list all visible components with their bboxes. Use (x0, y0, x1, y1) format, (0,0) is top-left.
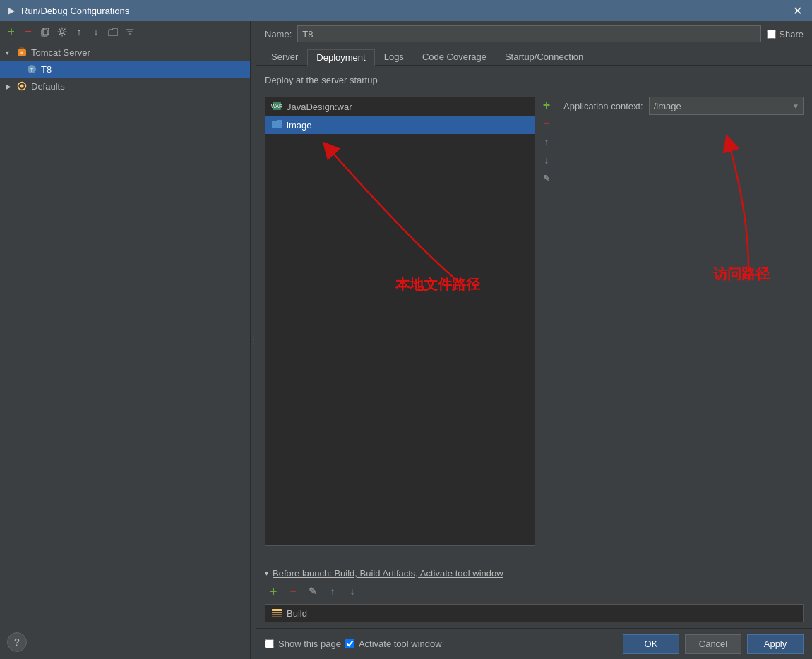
tab-deployment[interactable]: Deployment (307, 49, 374, 66)
name-row: Name: Share (256, 21, 812, 47)
deploy-item-image[interactable]: image (265, 116, 535, 134)
deploy-item-image-label: image (287, 120, 311, 131)
launch-toolbar: + − ✎ ↑ ↓ (265, 583, 804, 600)
defaults-icon (16, 80, 28, 92)
add-config-button[interactable]: + (4, 25, 18, 39)
footer: Show this page Activate tool window OK C… (256, 628, 812, 659)
before-launch-section: ▾ Before launch: Build, Build Artifacts,… (256, 562, 812, 628)
deploy-remove-button[interactable]: − (538, 115, 555, 132)
activate-window-label: Activate tool window (359, 639, 442, 649)
svg-point-8 (20, 85, 24, 88)
close-button[interactable]: ✕ (789, 3, 806, 19)
deploy-item-javadesign-label: JavaDesign:war (287, 102, 352, 112)
deploy-list: WAR JavaDesign:war (265, 97, 535, 546)
tab-code-coverage-label: Code Coverage (422, 52, 486, 62)
tabs-bar: Server Deployment Logs Code Coverage Sta… (256, 47, 812, 66)
activate-window-checkbox[interactable] (345, 639, 354, 648)
tab-logs-label: Logs (384, 52, 404, 62)
before-launch-collapse[interactable]: ▾ (265, 569, 268, 577)
tab-server-label: Server (271, 52, 298, 62)
title-bar-text: Run/Debug Configurations (21, 6, 789, 16)
app-context-select[interactable]: /image / /app (649, 97, 804, 115)
show-page-row: Show this page Activate tool window (265, 639, 442, 649)
sort-config-button[interactable] (123, 25, 137, 39)
launch-edit-button[interactable]: ✎ (304, 583, 321, 600)
expand-arrow: ▾ (6, 49, 16, 56)
build-icon (271, 607, 282, 619)
right-panel: Name: Share Server Deployment Logs Code … (256, 21, 812, 659)
launch-up-button[interactable]: ↑ (324, 583, 341, 600)
launch-remove-button[interactable]: − (285, 583, 301, 600)
tree-item-t8-label: T8 (41, 64, 52, 75)
app-context-row: Application context: /image / /app (563, 97, 804, 115)
tab-startup-connection-label: Startup/Connection (505, 52, 583, 62)
svg-point-4 (20, 52, 23, 54)
title-bar: ▶ Run/Debug Configurations ✕ (0, 0, 812, 21)
tab-logs[interactable]: Logs (375, 48, 413, 65)
tree-item-tomcat-label: Tomcat Server (31, 47, 90, 58)
share-checkbox[interactable] (767, 30, 776, 39)
footer-left: Show this page Activate tool window (265, 639, 623, 649)
deploy-edit-button[interactable]: ✎ (538, 170, 555, 187)
svg-rect-11 (272, 609, 282, 611)
tab-startup-connection[interactable]: Startup/Connection (496, 48, 592, 65)
war-icon: WAR (271, 100, 282, 113)
svg-text:T: T (30, 67, 34, 73)
svg-rect-1 (43, 28, 49, 35)
deploy-add-button[interactable]: + (538, 97, 555, 114)
tree-item-t8[interactable]: T T8 (0, 61, 250, 78)
launch-build-item[interactable]: Build (265, 604, 804, 622)
left-toolbar: + − ↑ ↓ (0, 21, 250, 42)
share-label: Share (779, 29, 804, 40)
resize-handle[interactable] (251, 21, 256, 659)
show-page-checkbox[interactable] (265, 639, 274, 648)
deploy-section-title: Deploy at the server startup (265, 75, 804, 85)
svg-rect-12 (272, 612, 282, 613)
deployment-tab-content: Deploy at the server startup WAR (256, 66, 812, 562)
up-config-button[interactable]: ↑ (72, 25, 86, 39)
main-content: + − ↑ ↓ (0, 21, 812, 659)
left-panel: + − ↑ ↓ (0, 21, 251, 659)
svg-point-2 (61, 30, 64, 34)
ok-button[interactable]: OK (623, 634, 679, 654)
app-context-dropdown-wrapper: /image / /app (649, 97, 804, 115)
name-input[interactable] (297, 25, 761, 42)
before-launch-label[interactable]: Before launch: Build, Build Artifacts, A… (273, 568, 503, 579)
settings-config-button[interactable] (55, 25, 69, 39)
share-checkbox-group: Share (767, 29, 804, 40)
before-launch-header: ▾ Before launch: Build, Build Artifacts,… (265, 568, 804, 579)
tree-item-tomcat-server[interactable]: ▾ Tomcat Server (0, 44, 250, 61)
show-page-label: Show this page (278, 639, 341, 649)
tab-server[interactable]: Server (262, 48, 307, 65)
deploy-down-button[interactable]: ↓ (538, 152, 555, 169)
apply-button[interactable]: Apply (747, 634, 804, 654)
tab-deployment-label: Deployment (316, 52, 365, 63)
annotation-area (563, 115, 804, 546)
launch-down-button[interactable]: ↓ (344, 583, 361, 600)
t8-icon: T (25, 64, 38, 75)
name-label: Name: (265, 29, 292, 40)
help-button[interactable]: ? (7, 632, 27, 652)
footer-right: OK Cancel Apply (623, 634, 804, 654)
tomcat-server-icon (16, 47, 28, 58)
remove-config-button[interactable]: − (21, 25, 35, 39)
launch-build-label: Build (287, 608, 307, 619)
tree-item-defaults[interactable]: ▶ Defaults (0, 78, 250, 95)
deploy-side-buttons: + − ↑ ↓ ✎ (538, 97, 555, 546)
app-context-label: Application context: (563, 101, 643, 111)
down-config-button[interactable]: ↓ (89, 25, 103, 39)
defaults-arrow: ▶ (6, 83, 16, 90)
app-icon: ▶ (6, 5, 17, 16)
svg-text:WAR: WAR (271, 104, 282, 109)
folder-config-button[interactable] (106, 25, 120, 39)
deploy-right-panel: Application context: /image / /app (563, 97, 804, 546)
tree-item-defaults-label: Defaults (31, 81, 65, 92)
folder-icon (271, 119, 282, 131)
launch-add-button[interactable]: + (265, 583, 282, 600)
deploy-up-button[interactable]: ↑ (538, 133, 555, 150)
help-button-container: ? (7, 632, 27, 652)
cancel-button[interactable]: Cancel (685, 634, 741, 654)
tab-code-coverage[interactable]: Code Coverage (413, 48, 496, 65)
copy-config-button[interactable] (38, 25, 52, 39)
deploy-item-javadesign-war[interactable]: WAR JavaDesign:war (265, 97, 535, 116)
